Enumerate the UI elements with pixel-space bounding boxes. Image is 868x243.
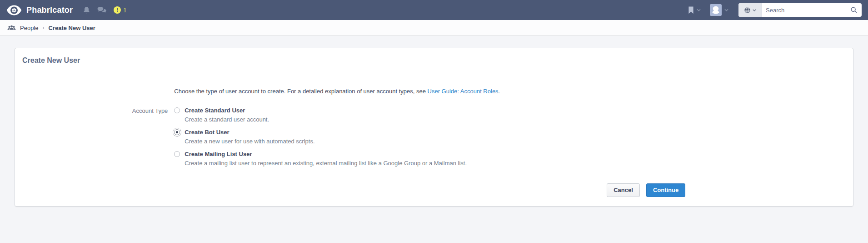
brand-name: Phabricator: [26, 5, 73, 15]
messages-icon[interactable]: [97, 6, 107, 14]
globe-icon: [744, 7, 751, 14]
page-title: Create New User: [15, 48, 853, 73]
people-group-icon: [7, 25, 16, 31]
main-menu-bar: Phabricator ! 1: [0, 0, 868, 20]
account-type-row: Account Type Create Standard User Create…: [15, 107, 853, 172]
option-label: Create Mailing List User: [185, 151, 467, 158]
favorites-menu[interactable]: [685, 5, 703, 16]
option-caption: Create a standard user account.: [185, 116, 269, 123]
option-label: Create Standard User: [185, 107, 269, 114]
chevron-down-icon: [724, 9, 728, 11]
breadcrumb-separator: ›: [42, 25, 44, 31]
search-icon[interactable]: [846, 6, 862, 14]
page-content: Create New User Choose the type of user …: [0, 36, 868, 207]
bookmark-icon: [688, 6, 694, 14]
option-create-bot-user[interactable]: Create Bot User Create a new user for us…: [174, 129, 685, 145]
radio-mailing-list-user[interactable]: [174, 151, 180, 157]
notifications-bell-icon[interactable]: [83, 6, 90, 14]
option-create-mailing-list-user[interactable]: Create Mailing List User Create a mailin…: [174, 151, 685, 167]
phabricator-logo-icon: [6, 5, 22, 16]
breadcrumb: People › Create New User: [0, 20, 868, 36]
setup-issue-count: 1: [123, 7, 126, 14]
account-roles-link[interactable]: User Guide: Account Roles: [428, 88, 499, 95]
option-caption: Create a new user for use with automated…: [185, 138, 314, 145]
chevron-down-icon: [753, 9, 756, 11]
user-menu[interactable]: [707, 2, 731, 18]
instructions-text: Choose the type of user account to creat…: [174, 88, 427, 95]
continue-button[interactable]: Continue: [646, 183, 685, 197]
option-create-standard-user[interactable]: Create Standard User Create a standard u…: [174, 107, 685, 123]
form-actions: Cancel Continue: [15, 183, 853, 197]
warning-icon: !: [114, 6, 121, 14]
cancel-button[interactable]: Cancel: [607, 183, 640, 197]
form-instructions: Choose the type of user account to creat…: [174, 88, 685, 95]
radio-bot-user[interactable]: [174, 129, 180, 135]
search-input[interactable]: [762, 3, 846, 17]
radio-standard-user[interactable]: [174, 107, 180, 113]
create-new-user-panel: Create New User Choose the type of user …: [15, 48, 853, 207]
global-search: [738, 3, 862, 17]
instructions-period: .: [499, 88, 500, 95]
home-link[interactable]: Phabricator: [6, 5, 73, 16]
option-label: Create Bot User: [185, 129, 314, 136]
avatar: [710, 4, 722, 16]
setup-issues-indicator[interactable]: ! 1: [114, 6, 126, 14]
search-scope-selector[interactable]: [738, 3, 762, 17]
chevron-down-icon: [697, 9, 701, 11]
account-type-label: Account Type: [15, 107, 174, 172]
option-caption: Create a mailing list user to represent …: [185, 160, 467, 167]
breadcrumb-current: Create New User: [48, 25, 95, 31]
breadcrumb-people[interactable]: People: [20, 25, 38, 31]
